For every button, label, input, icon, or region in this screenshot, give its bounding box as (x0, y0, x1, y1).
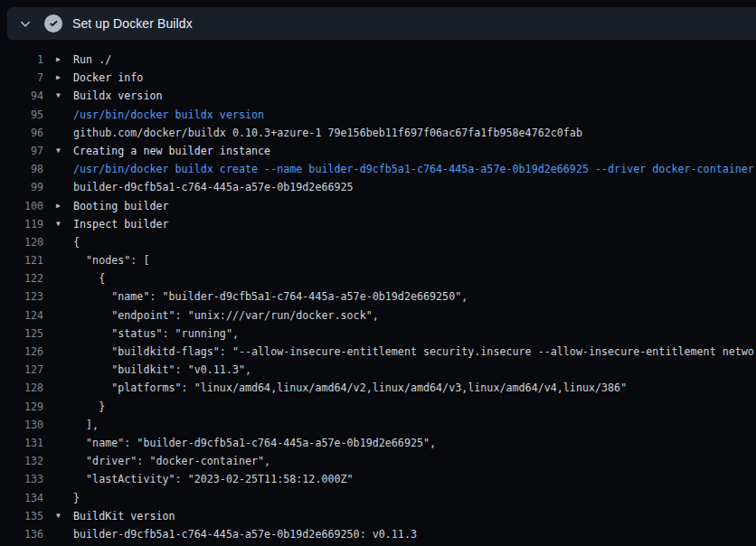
output-text: "buildkitd-flags": "--allow-insecure-ent… (73, 345, 756, 358)
log-group-line[interactable]: 119▼Inspect builder (0, 215, 756, 233)
output-text: "buildkit": "v0.11.3", (73, 363, 251, 376)
line-number[interactable]: 134 (0, 489, 43, 507)
output-text: "endpoint": "unix:///var/run/docker.sock… (73, 309, 379, 322)
line-number[interactable]: 127 (0, 361, 43, 379)
log-line: 136builder-d9cfb5a1-c764-445a-a57e-0b19d… (0, 525, 756, 543)
chevron-down-icon (18, 16, 33, 31)
line-number[interactable]: 121 (0, 251, 43, 269)
output-text: "nodes": [ (73, 254, 149, 267)
command-text: /usr/bin/docker buildx create --name bui… (73, 163, 754, 175)
log-group-line[interactable]: 100▶Booting builder (0, 197, 756, 215)
line-number[interactable]: 132 (0, 452, 43, 470)
line-number[interactable]: 97 (0, 142, 43, 160)
log-lines: 1▶Run ./7▶Docker info94▼Buildx version95… (0, 42, 756, 546)
line-number[interactable]: 100 (0, 197, 43, 215)
log-line: 122 { (0, 269, 756, 287)
log-line: 128 "platforms": "linux/amd64,linux/amd6… (0, 379, 756, 397)
line-number[interactable]: 122 (0, 269, 43, 287)
output-text: "driver": "docker-container", (73, 455, 270, 467)
group-title: Docker info (73, 71, 143, 84)
log-line: 125 "status": "running", (0, 325, 756, 343)
line-number[interactable]: 125 (0, 325, 43, 343)
log-line: 95/usr/bin/docker buildx version (0, 106, 756, 124)
command-text: /usr/bin/docker buildx version (73, 108, 264, 121)
group-title: Buildx version (73, 89, 163, 102)
log-line: 132 "driver": "docker-container", (0, 452, 756, 470)
line-number[interactable]: 120 (0, 233, 43, 251)
log-line: 123 "name": "builder-d9cfb5a1-c764-445a-… (0, 287, 756, 306)
log-line: 96github.com/docker/buildx 0.10.3+azure-… (0, 124, 756, 142)
output-text: "name": "builder-d9cfb5a1-c764-445a-a57e… (73, 290, 468, 303)
line-number[interactable]: 136 (0, 525, 43, 543)
line-number[interactable]: 131 (0, 434, 43, 452)
line-number[interactable]: 7 (0, 69, 43, 87)
log-line: 133 "lastActivity": "2023-02-25T11:58:12… (0, 470, 756, 488)
log-line: 127 "buildkit": "v0.11.3", (0, 361, 756, 379)
triangle-down-icon[interactable]: ▼ (56, 215, 61, 233)
line-number[interactable]: 98 (0, 160, 43, 178)
triangle-right-icon[interactable]: ▶ (56, 51, 61, 69)
log-group-line[interactable]: 94▼Buildx version (0, 87, 756, 105)
output-text: builder-d9cfb5a1-c764-445a-a57e-0b19d2e6… (73, 181, 354, 193)
log-line: 121 "nodes": [ (0, 251, 756, 269)
line-number[interactable]: 96 (0, 124, 43, 142)
log-line: 98/usr/bin/docker buildx create --name b… (0, 160, 756, 178)
log-line: 124 "endpoint": "unix:///var/run/docker.… (0, 306, 756, 325)
line-number[interactable]: 135 (0, 507, 43, 525)
log-line: 126 "buildkitd-flags": "--allow-insecure… (0, 343, 756, 361)
log-group-line[interactable]: 97▼Creating a new builder instance (0, 142, 756, 160)
line-number[interactable]: 126 (0, 343, 43, 361)
triangle-right-icon[interactable]: ▶ (56, 197, 61, 215)
log-group-line[interactable]: 135▼BuildKit version (0, 507, 756, 525)
line-number[interactable]: 133 (0, 470, 43, 488)
line-number[interactable]: 123 (0, 287, 43, 306)
line-number[interactable]: 129 (0, 398, 43, 416)
group-title: Inspect builder (73, 218, 169, 231)
output-text: "status": "running", (73, 327, 239, 340)
triangle-right-icon[interactable]: ▶ (56, 69, 61, 87)
log-line: 120{ (0, 233, 756, 251)
step-header[interactable]: Set up Docker Buildx (7, 7, 756, 40)
output-text: } (73, 400, 105, 413)
group-title: Creating a new builder instance (73, 145, 270, 157)
output-text: ], (73, 419, 99, 431)
log-line: 129 } (0, 398, 756, 416)
log-group-line[interactable]: 7▶Docker info (0, 69, 756, 87)
group-title: Booting builder (73, 200, 169, 212)
triangle-down-icon[interactable]: ▼ (56, 87, 61, 105)
output-text: "platforms": "linux/amd64,linux/amd64/v2… (73, 381, 627, 394)
check-circle-icon (44, 14, 62, 33)
log-line: 99builder-d9cfb5a1-c764-445a-a57e-0b19d2… (0, 178, 756, 196)
line-number[interactable]: 124 (0, 306, 43, 325)
output-text: "lastActivity": "2023-02-25T11:58:12.000… (73, 473, 354, 485)
output-text: "name": "builder-d9cfb5a1-c764-445a-a57e… (73, 437, 436, 449)
line-number[interactable]: 99 (0, 178, 43, 196)
line-number[interactable]: 95 (0, 106, 43, 124)
line-number[interactable]: 1 (0, 51, 43, 69)
line-number[interactable]: 128 (0, 379, 43, 397)
log-line: 134} (0, 489, 756, 507)
line-number[interactable]: 94 (0, 87, 43, 105)
triangle-down-icon[interactable]: ▼ (56, 142, 61, 160)
output-text: builder-d9cfb5a1-c764-445a-a57e-0b19d2e6… (73, 528, 417, 541)
output-text: { (73, 272, 105, 285)
output-text: github.com/docker/buildx 0.10.3+azure-1 … (73, 127, 582, 139)
log-group-line[interactable]: 1▶Run ./ (0, 51, 756, 69)
line-number[interactable]: 130 (0, 416, 43, 434)
group-title: BuildKit version (73, 510, 175, 522)
group-title: Run ./ (73, 53, 111, 66)
output-text: } (73, 492, 80, 504)
output-text: { (73, 236, 80, 249)
step-title: Set up Docker Buildx (72, 16, 193, 31)
line-number[interactable]: 119 (0, 215, 43, 233)
triangle-down-icon[interactable]: ▼ (56, 507, 61, 525)
log-line: 130 ], (0, 416, 756, 434)
log-line: 131 "name": "builder-d9cfb5a1-c764-445a-… (0, 434, 756, 452)
